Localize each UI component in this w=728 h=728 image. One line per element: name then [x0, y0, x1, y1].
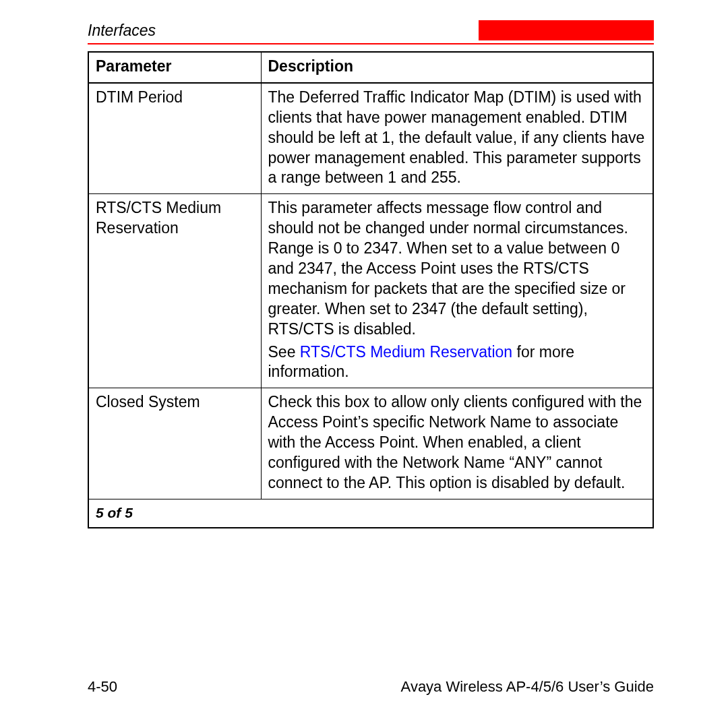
- page-footer: 4-50 Avaya Wireless AP-4/5/6 User’s Guid…: [88, 678, 654, 696]
- desc-text: See RTS/CTS Medium Reservation for more …: [268, 342, 646, 383]
- parameter-table: Parameter Description DTIM Period The De…: [88, 51, 654, 528]
- param-desc: Check this box to allow only clients con…: [261, 388, 653, 499]
- table-pager-row: 5 of 5: [88, 499, 653, 528]
- table-row: DTIM Period The Deferred Traffic Indicat…: [88, 83, 653, 194]
- table-pager: 5 of 5: [88, 499, 653, 528]
- guide-title: Avaya Wireless AP-4/5/6 User’s Guide: [401, 678, 654, 696]
- table-row: Closed System Check this box to allow on…: [88, 388, 653, 499]
- page-header: Interfaces: [88, 20, 654, 40]
- brand-bar: [479, 20, 654, 40]
- table-row: RTS/CTS Medium Reservation This paramete…: [88, 194, 653, 388]
- param-desc: The Deferred Traffic Indicator Map (DTIM…: [261, 83, 653, 194]
- param-desc: This parameter affects message flow cont…: [261, 194, 653, 388]
- page-number: 4-50: [88, 678, 117, 696]
- col-parameter: Parameter: [88, 52, 261, 83]
- rts-cts-link[interactable]: RTS/CTS Medium Reservation: [300, 343, 512, 361]
- param-name: RTS/CTS Medium Reservation: [88, 194, 261, 388]
- header-rule: [88, 43, 654, 44]
- page: Interfaces Parameter Description DTIM Pe…: [0, 0, 728, 728]
- col-description: Description: [261, 52, 653, 83]
- param-name: DTIM Period: [88, 83, 261, 194]
- desc-text: This parameter affects message flow cont…: [268, 198, 646, 339]
- param-name: Closed System: [88, 388, 261, 499]
- section-title: Interfaces: [88, 22, 156, 40]
- table-header-row: Parameter Description: [88, 52, 653, 83]
- desc-text: Check this box to allow only clients con…: [268, 392, 646, 493]
- desc-text: The Deferred Traffic Indicator Map (DTIM…: [268, 88, 646, 188]
